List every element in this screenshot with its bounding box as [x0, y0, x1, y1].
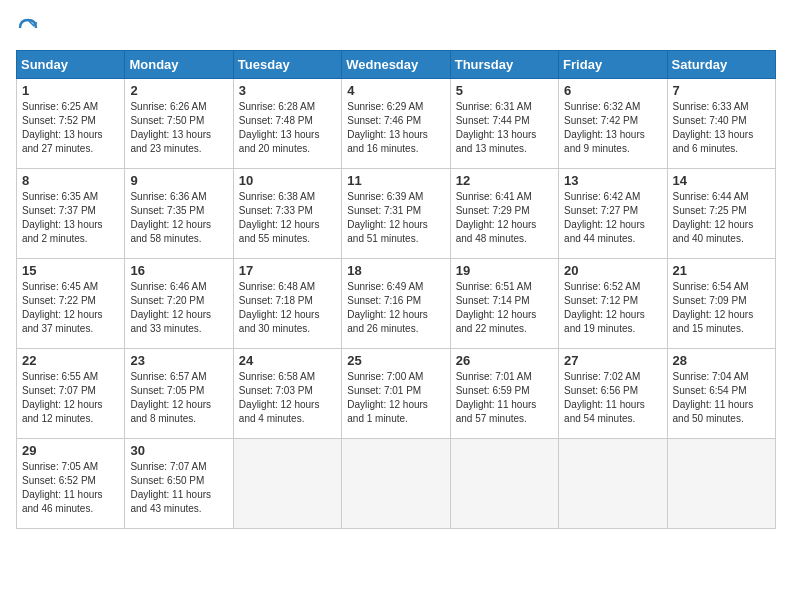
calendar-cell: 1Sunrise: 6:25 AMSunset: 7:52 PMDaylight…	[17, 79, 125, 169]
calendar-cell: 13Sunrise: 6:42 AMSunset: 7:27 PMDayligh…	[559, 169, 667, 259]
calendar-cell	[342, 439, 450, 529]
day-number: 18	[347, 263, 444, 278]
day-number: 9	[130, 173, 227, 188]
weekday-header: Wednesday	[342, 51, 450, 79]
cell-info: Sunrise: 6:58 AMSunset: 7:03 PMDaylight:…	[239, 371, 320, 424]
day-number: 15	[22, 263, 119, 278]
calendar-cell: 25Sunrise: 7:00 AMSunset: 7:01 PMDayligh…	[342, 349, 450, 439]
day-number: 4	[347, 83, 444, 98]
calendar-cell: 6Sunrise: 6:32 AMSunset: 7:42 PMDaylight…	[559, 79, 667, 169]
day-number: 22	[22, 353, 119, 368]
calendar-cell: 3Sunrise: 6:28 AMSunset: 7:48 PMDaylight…	[233, 79, 341, 169]
calendar-cell: 18Sunrise: 6:49 AMSunset: 7:16 PMDayligh…	[342, 259, 450, 349]
cell-info: Sunrise: 7:00 AMSunset: 7:01 PMDaylight:…	[347, 371, 428, 424]
day-number: 28	[673, 353, 770, 368]
calendar-cell: 19Sunrise: 6:51 AMSunset: 7:14 PMDayligh…	[450, 259, 558, 349]
cell-info: Sunrise: 6:48 AMSunset: 7:18 PMDaylight:…	[239, 281, 320, 334]
day-number: 14	[673, 173, 770, 188]
cell-info: Sunrise: 6:25 AMSunset: 7:52 PMDaylight:…	[22, 101, 103, 154]
day-number: 16	[130, 263, 227, 278]
cell-info: Sunrise: 6:39 AMSunset: 7:31 PMDaylight:…	[347, 191, 428, 244]
calendar-cell: 9Sunrise: 6:36 AMSunset: 7:35 PMDaylight…	[125, 169, 233, 259]
cell-info: Sunrise: 6:45 AMSunset: 7:22 PMDaylight:…	[22, 281, 103, 334]
day-number: 1	[22, 83, 119, 98]
cell-info: Sunrise: 6:46 AMSunset: 7:20 PMDaylight:…	[130, 281, 211, 334]
calendar-cell: 11Sunrise: 6:39 AMSunset: 7:31 PMDayligh…	[342, 169, 450, 259]
logo-icon	[16, 16, 40, 40]
calendar-header-row: SundayMondayTuesdayWednesdayThursdayFrid…	[17, 51, 776, 79]
weekday-header: Friday	[559, 51, 667, 79]
cell-info: Sunrise: 6:55 AMSunset: 7:07 PMDaylight:…	[22, 371, 103, 424]
day-number: 8	[22, 173, 119, 188]
page-header	[16, 16, 776, 40]
logo	[16, 16, 44, 40]
day-number: 27	[564, 353, 661, 368]
day-number: 11	[347, 173, 444, 188]
calendar-week-row: 29Sunrise: 7:05 AMSunset: 6:52 PMDayligh…	[17, 439, 776, 529]
cell-info: Sunrise: 6:51 AMSunset: 7:14 PMDaylight:…	[456, 281, 537, 334]
calendar-cell: 26Sunrise: 7:01 AMSunset: 6:59 PMDayligh…	[450, 349, 558, 439]
cell-info: Sunrise: 6:52 AMSunset: 7:12 PMDaylight:…	[564, 281, 645, 334]
calendar-cell: 12Sunrise: 6:41 AMSunset: 7:29 PMDayligh…	[450, 169, 558, 259]
cell-info: Sunrise: 6:57 AMSunset: 7:05 PMDaylight:…	[130, 371, 211, 424]
cell-info: Sunrise: 6:33 AMSunset: 7:40 PMDaylight:…	[673, 101, 754, 154]
cell-info: Sunrise: 6:38 AMSunset: 7:33 PMDaylight:…	[239, 191, 320, 244]
calendar-week-row: 8Sunrise: 6:35 AMSunset: 7:37 PMDaylight…	[17, 169, 776, 259]
calendar-cell: 15Sunrise: 6:45 AMSunset: 7:22 PMDayligh…	[17, 259, 125, 349]
weekday-header: Monday	[125, 51, 233, 79]
calendar-table: SundayMondayTuesdayWednesdayThursdayFrid…	[16, 50, 776, 529]
calendar-week-row: 22Sunrise: 6:55 AMSunset: 7:07 PMDayligh…	[17, 349, 776, 439]
day-number: 6	[564, 83, 661, 98]
calendar-cell: 21Sunrise: 6:54 AMSunset: 7:09 PMDayligh…	[667, 259, 775, 349]
calendar-cell: 22Sunrise: 6:55 AMSunset: 7:07 PMDayligh…	[17, 349, 125, 439]
calendar-cell: 30Sunrise: 7:07 AMSunset: 6:50 PMDayligh…	[125, 439, 233, 529]
day-number: 7	[673, 83, 770, 98]
calendar-cell: 24Sunrise: 6:58 AMSunset: 7:03 PMDayligh…	[233, 349, 341, 439]
cell-info: Sunrise: 7:07 AMSunset: 6:50 PMDaylight:…	[130, 461, 211, 514]
cell-info: Sunrise: 7:02 AMSunset: 6:56 PMDaylight:…	[564, 371, 645, 424]
calendar-cell: 7Sunrise: 6:33 AMSunset: 7:40 PMDaylight…	[667, 79, 775, 169]
weekday-header: Thursday	[450, 51, 558, 79]
cell-info: Sunrise: 6:35 AMSunset: 7:37 PMDaylight:…	[22, 191, 103, 244]
day-number: 23	[130, 353, 227, 368]
day-number: 17	[239, 263, 336, 278]
cell-info: Sunrise: 7:05 AMSunset: 6:52 PMDaylight:…	[22, 461, 103, 514]
calendar-cell: 28Sunrise: 7:04 AMSunset: 6:54 PMDayligh…	[667, 349, 775, 439]
cell-info: Sunrise: 6:49 AMSunset: 7:16 PMDaylight:…	[347, 281, 428, 334]
day-number: 19	[456, 263, 553, 278]
weekday-header: Saturday	[667, 51, 775, 79]
cell-info: Sunrise: 7:01 AMSunset: 6:59 PMDaylight:…	[456, 371, 537, 424]
day-number: 21	[673, 263, 770, 278]
calendar-cell: 16Sunrise: 6:46 AMSunset: 7:20 PMDayligh…	[125, 259, 233, 349]
calendar-cell: 29Sunrise: 7:05 AMSunset: 6:52 PMDayligh…	[17, 439, 125, 529]
calendar-cell: 17Sunrise: 6:48 AMSunset: 7:18 PMDayligh…	[233, 259, 341, 349]
day-number: 25	[347, 353, 444, 368]
cell-info: Sunrise: 6:26 AMSunset: 7:50 PMDaylight:…	[130, 101, 211, 154]
calendar-cell: 14Sunrise: 6:44 AMSunset: 7:25 PMDayligh…	[667, 169, 775, 259]
day-number: 24	[239, 353, 336, 368]
weekday-header: Tuesday	[233, 51, 341, 79]
cell-info: Sunrise: 7:04 AMSunset: 6:54 PMDaylight:…	[673, 371, 754, 424]
day-number: 13	[564, 173, 661, 188]
day-number: 12	[456, 173, 553, 188]
calendar-cell: 4Sunrise: 6:29 AMSunset: 7:46 PMDaylight…	[342, 79, 450, 169]
calendar-cell: 20Sunrise: 6:52 AMSunset: 7:12 PMDayligh…	[559, 259, 667, 349]
cell-info: Sunrise: 6:42 AMSunset: 7:27 PMDaylight:…	[564, 191, 645, 244]
calendar-cell: 8Sunrise: 6:35 AMSunset: 7:37 PMDaylight…	[17, 169, 125, 259]
calendar-cell: 23Sunrise: 6:57 AMSunset: 7:05 PMDayligh…	[125, 349, 233, 439]
cell-info: Sunrise: 6:36 AMSunset: 7:35 PMDaylight:…	[130, 191, 211, 244]
calendar-cell: 5Sunrise: 6:31 AMSunset: 7:44 PMDaylight…	[450, 79, 558, 169]
calendar-week-row: 15Sunrise: 6:45 AMSunset: 7:22 PMDayligh…	[17, 259, 776, 349]
calendar-cell	[667, 439, 775, 529]
calendar-cell	[450, 439, 558, 529]
day-number: 30	[130, 443, 227, 458]
day-number: 5	[456, 83, 553, 98]
cell-info: Sunrise: 6:31 AMSunset: 7:44 PMDaylight:…	[456, 101, 537, 154]
day-number: 20	[564, 263, 661, 278]
day-number: 26	[456, 353, 553, 368]
calendar-cell	[559, 439, 667, 529]
calendar-cell: 10Sunrise: 6:38 AMSunset: 7:33 PMDayligh…	[233, 169, 341, 259]
weekday-header: Sunday	[17, 51, 125, 79]
calendar-cell	[233, 439, 341, 529]
day-number: 2	[130, 83, 227, 98]
